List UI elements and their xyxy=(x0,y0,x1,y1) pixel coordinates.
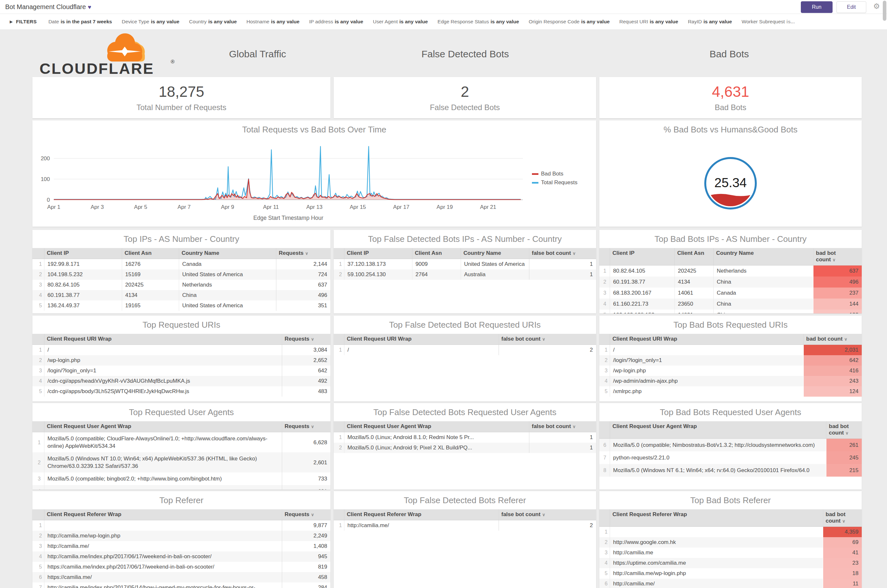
cell[interactable]: https://camilia.me/ xyxy=(44,572,282,582)
column-header[interactable]: Client Request User Agent Wrap xyxy=(44,421,282,432)
value-cell[interactable]: 11 xyxy=(823,579,862,588)
cell[interactable]: 19165 xyxy=(122,300,179,311)
cell[interactable]: http://camilia.me/ xyxy=(610,579,823,588)
value-cell[interactable]: 18 xyxy=(823,568,862,579)
cell[interactable]: Mozilla/5.0 (Linux; Android 9; Pixel 2 X… xyxy=(344,442,529,453)
cell[interactable]: /cdn-cgi/apps/head/xVgyKhR-vV3dAUGhMqfBc… xyxy=(44,376,282,386)
cell[interactable]: /xmlrpc.php xyxy=(610,386,803,397)
sort-column-header[interactable]: Requests∨ xyxy=(282,334,331,345)
cell[interactable]: http://camilia.me/ xyxy=(344,520,499,531)
column-header[interactable]: Client Request URI Wrap xyxy=(344,334,499,345)
cell[interactable]: 80.82.64.105 xyxy=(610,266,675,277)
cell[interactable]: 14061 xyxy=(675,288,713,298)
value-cell[interactable]: 2,031 xyxy=(803,345,862,356)
column-header[interactable]: Client Request URI Wrap xyxy=(610,334,803,345)
cell[interactable]: 61.160.221.73 xyxy=(610,298,675,309)
sort-column-header[interactable]: false bot count∨ xyxy=(499,334,596,345)
filter-chip-origin-response-code[interactable]: Origin Response Codeis any value xyxy=(529,19,610,24)
value-cell[interactable]: 496 xyxy=(813,276,862,288)
value-cell[interactable]: 261 xyxy=(826,439,862,452)
value-cell[interactable]: 2 xyxy=(499,520,596,531)
cell[interactable]: / xyxy=(344,345,499,356)
gear-icon[interactable]: ⚙ xyxy=(873,2,880,10)
run-button[interactable]: Run xyxy=(801,1,833,13)
filter-chip-request-uri[interactable]: Request URIis any value xyxy=(619,19,678,24)
sort-column-header[interactable]: false bot count∨ xyxy=(529,421,596,432)
filter-chip-user-agent[interactable]: User Agentis any value xyxy=(373,19,428,24)
sort-column-header[interactable]: Requests∨ xyxy=(282,421,331,432)
cell[interactable]: /wp-login.php xyxy=(44,355,282,366)
cell[interactable] xyxy=(44,485,282,490)
cell[interactable]: http://www.google.com.hk xyxy=(610,537,823,548)
value-cell[interactable]: 3,084 xyxy=(282,345,331,356)
value-cell[interactable]: 351 xyxy=(276,300,331,311)
cell[interactable]: https://uptime.com/camilia.me xyxy=(610,558,823,568)
filter-chip-rayid[interactable]: RayIDis any value xyxy=(688,19,732,24)
sort-column-header[interactable]: bad botcount∨ xyxy=(823,509,862,527)
value-cell[interactable]: 237 xyxy=(813,288,862,298)
value-cell[interactable]: 245 xyxy=(826,452,862,464)
filters-label[interactable]: FILTERS xyxy=(16,19,37,24)
cell[interactable]: http://camilia.me xyxy=(610,548,823,558)
cell[interactable]: Canada xyxy=(179,259,276,270)
cell[interactable]: 192.99.8.171 xyxy=(44,259,122,270)
page-scrollbar-thumb[interactable] xyxy=(883,1,886,21)
filter-chip-country[interactable]: Countryis any value xyxy=(189,19,237,24)
column-header[interactable]: Client Request URI Wrap xyxy=(44,334,282,345)
filter-chip-edge-response-status[interactable]: Edge Response Statusis any value xyxy=(437,19,519,24)
cell[interactable]: 4134 xyxy=(675,276,713,288)
cell[interactable]: Mozilla/5.0 (Linux; Android 8.1.0; Redmi… xyxy=(344,432,529,443)
cell[interactable]: Netherlands xyxy=(713,266,813,277)
cell[interactable]: Mozilla/5.0 (Windows NT 6.1; Win64; x64;… xyxy=(610,464,826,477)
value-cell[interactable]: 496 xyxy=(276,290,331,300)
cell[interactable]: Mozilla/5.0 (compatible; Nimbostratus-Bo… xyxy=(610,439,826,452)
cell[interactable]: /login/?login_only=1 xyxy=(610,355,803,366)
cell[interactable]: 37.120.138.173 xyxy=(344,259,412,270)
cell[interactable]: / xyxy=(610,345,803,356)
cell[interactable]: 202425 xyxy=(675,266,713,277)
value-cell[interactable]: 681 xyxy=(282,485,331,490)
value-cell[interactable]: 416 xyxy=(803,366,862,376)
cell[interactable]: /wp-admin/admin-ajax.php xyxy=(610,376,803,386)
column-header[interactable]: Client Asn xyxy=(675,248,713,266)
column-header[interactable]: Client Asn xyxy=(122,248,179,259)
cell[interactable] xyxy=(610,527,823,537)
cell[interactable]: Mozilla/5.0 (compatible; bingbot/2.0; +h… xyxy=(44,472,282,485)
sort-column-header[interactable]: false bot count∨ xyxy=(529,248,596,259)
column-header[interactable]: Country Name xyxy=(461,248,529,259)
cell[interactable]: /login/?login_only=1 xyxy=(44,366,282,376)
value-cell[interactable]: 1 xyxy=(529,432,596,443)
value-cell[interactable]: 6,628 xyxy=(282,432,331,453)
cell[interactable]: China xyxy=(713,309,813,314)
column-header[interactable]: Client Request Referer Wrap xyxy=(44,509,282,520)
cell[interactable] xyxy=(44,520,282,531)
value-cell[interactable]: 642 xyxy=(282,366,331,376)
cell[interactable]: China xyxy=(713,276,813,288)
value-cell[interactable]: 144 xyxy=(813,298,862,309)
cell[interactable]: / xyxy=(44,345,282,356)
value-cell[interactable]: 133 xyxy=(813,309,862,314)
cell[interactable]: Netherlands xyxy=(179,280,276,290)
cell[interactable]: 104.198.5.232 xyxy=(44,269,122,280)
value-cell[interactable]: 41 xyxy=(823,548,862,558)
value-cell[interactable]: 492 xyxy=(282,376,331,386)
cell[interactable]: python-requests/2.21.0 xyxy=(610,452,826,464)
column-header[interactable]: Client Request Referer Wrap xyxy=(344,509,499,520)
cell[interactable]: 68.183.200.167 xyxy=(610,288,675,298)
cell[interactable]: 16276 xyxy=(122,259,179,270)
filter-chip-worker-subrequest[interactable]: Worker Subrequestis... xyxy=(741,19,795,24)
filters-expander-icon[interactable]: ▶ xyxy=(10,20,13,24)
value-cell[interactable]: 2,601 xyxy=(282,452,331,472)
cell[interactable]: 136.24.49.37 xyxy=(44,300,122,311)
cell[interactable]: 14021 xyxy=(675,309,713,314)
sort-column-header[interactable]: Requests∨ xyxy=(276,248,331,259)
value-cell[interactable]: 1 xyxy=(529,269,596,280)
filter-chip-device-type[interactable]: Device Typeis any value xyxy=(122,19,179,24)
value-cell[interactable]: 124 xyxy=(803,386,862,397)
value-cell[interactable]: 243 xyxy=(803,376,862,386)
value-cell[interactable]: 819 xyxy=(282,562,331,572)
column-header[interactable]: Client IP xyxy=(610,248,675,266)
value-cell[interactable]: 215 xyxy=(826,464,862,477)
cell[interactable]: China xyxy=(179,290,276,300)
cell[interactable]: 23650 xyxy=(675,298,713,309)
